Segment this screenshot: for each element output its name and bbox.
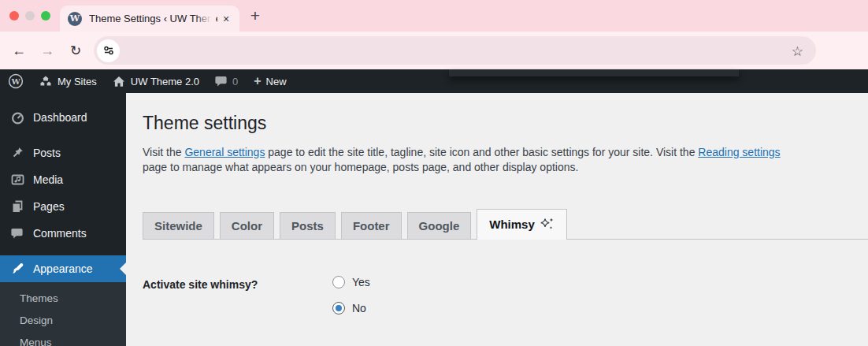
paintbrush-icon <box>10 262 24 276</box>
main-content: Theme settings Visit the General setting… <box>126 93 868 346</box>
new-tab-button[interactable]: + <box>239 0 271 32</box>
page-title: Theme settings <box>143 111 852 135</box>
radio-no-input[interactable] <box>332 302 345 314</box>
comments-menu[interactable]: 0 <box>207 69 246 93</box>
comment-count: 0 <box>232 76 238 87</box>
intro-paragraph: Visit the General settings page to edit … <box>143 145 852 175</box>
sidebar-item-label: Dashboard <box>33 111 87 124</box>
address-bar[interactable]: ☆ <box>94 36 816 65</box>
svg-text:W: W <box>10 77 20 86</box>
submenu-item-themes[interactable]: Themes <box>0 288 126 310</box>
my-sites-label: My Sites <box>57 76 97 87</box>
submenu-item-menus[interactable]: Menus <box>0 332 126 346</box>
tab-whimsy[interactable]: Whimsy <box>477 209 567 240</box>
tab-google[interactable]: Google <box>407 212 472 239</box>
minimize-window-button[interactable] <box>25 11 35 20</box>
sidebar-item-comments[interactable]: Comments <box>0 220 126 247</box>
tune-icon[interactable] <box>97 39 120 62</box>
back-button[interactable]: ← <box>9 41 28 60</box>
new-label: New <box>266 76 287 87</box>
sidebar-item-label: Pages <box>33 200 65 213</box>
comments-icon <box>10 226 24 240</box>
tab-color[interactable]: Color <box>220 212 274 239</box>
tab-sitewide[interactable]: Sitewide <box>143 212 214 239</box>
submenu-item-design[interactable]: Design <box>0 310 126 332</box>
media-icon <box>10 173 24 187</box>
new-content-menu[interactable]: + New <box>246 69 294 93</box>
site-name-label: UW Theme 2.0 <box>131 76 199 87</box>
forward-button[interactable]: → <box>38 41 57 60</box>
radio-yes-input[interactable] <box>332 276 345 288</box>
wp-admin-sidebar: Dashboard Posts Media <box>0 93 126 346</box>
address-bar-dropdown-remnant <box>449 69 739 76</box>
browser-tabstrip: W Theme Settings ‹ UW Theme × + <box>0 0 868 32</box>
radio-option-no[interactable]: No <box>332 300 370 316</box>
bookmark-star-icon[interactable]: ☆ <box>792 43 803 60</box>
tab-whimsy-label: Whimsy <box>489 218 535 231</box>
sidebar-item-label: Appearance <box>33 262 93 275</box>
intro-text: Visit the <box>143 146 184 158</box>
intro-text: page to manage what appears on your home… <box>143 161 578 173</box>
window-controls <box>0 0 60 32</box>
sidebar-item-label: Comments <box>33 227 87 240</box>
home-icon <box>113 76 125 87</box>
zoom-window-button[interactable] <box>41 11 50 20</box>
tab-posts[interactable]: Posts <box>280 212 336 239</box>
site-name-menu[interactable]: UW Theme 2.0 <box>105 69 207 93</box>
browser-tab[interactable]: W Theme Settings ‹ UW Theme × <box>60 6 239 32</box>
plus-icon: + <box>254 74 261 88</box>
settings-tab-bar: Sitewide Color Posts Footer Google Whims… <box>143 209 868 240</box>
tab-title-fade <box>195 10 216 28</box>
whimsy-form-row: Activate site whimsy? Yes No <box>143 274 868 326</box>
wp-logo-menu[interactable]: W <box>0 69 32 93</box>
pushpin-icon <box>10 146 24 160</box>
sidebar-item-media[interactable]: Media <box>0 166 126 193</box>
sidebar-item-dashboard[interactable]: Dashboard <box>0 104 126 131</box>
comment-bubble-icon <box>215 76 228 87</box>
intro-text: page to edit the site title, tagline, si… <box>265 146 698 158</box>
radio-option-yes[interactable]: Yes <box>332 274 370 290</box>
sidebar-item-pages[interactable]: Pages <box>0 193 126 220</box>
sidebar-item-appearance[interactable]: Appearance <box>0 255 126 282</box>
wordpress-logo-icon: W <box>8 73 24 89</box>
tab-footer[interactable]: Footer <box>341 212 402 239</box>
radio-no-label: No <box>352 302 366 314</box>
radio-yes-label: Yes <box>352 276 370 288</box>
pages-icon <box>10 199 24 214</box>
sidebar-item-label: Media <box>33 173 63 186</box>
wordpress-favicon-icon: W <box>68 12 82 26</box>
appearance-submenu: Themes Design Menus <box>0 282 126 346</box>
dashboard-icon <box>10 110 24 125</box>
browser-toolbar: ← → ↻ ☆ <box>0 32 868 69</box>
tab-close-icon[interactable]: × <box>217 10 235 28</box>
my-sites-menu[interactable]: My Sites <box>32 69 105 93</box>
whimsy-radio-group: Yes No <box>332 274 370 326</box>
reload-button[interactable]: ↻ <box>66 41 85 60</box>
reading-settings-link[interactable]: Reading settings <box>698 146 780 158</box>
close-window-button[interactable] <box>9 11 19 20</box>
sidebar-item-label: Posts <box>33 147 61 159</box>
sidebar-item-posts[interactable]: Posts <box>0 140 126 166</box>
sparkles-icon <box>540 217 555 232</box>
general-settings-link[interactable]: General settings <box>184 146 265 158</box>
multisite-icon <box>39 76 52 87</box>
activate-whimsy-label: Activate site whimsy? <box>143 274 332 326</box>
screen: W Theme Settings ‹ UW Theme × + ← → ↻ ☆ <box>0 0 868 346</box>
